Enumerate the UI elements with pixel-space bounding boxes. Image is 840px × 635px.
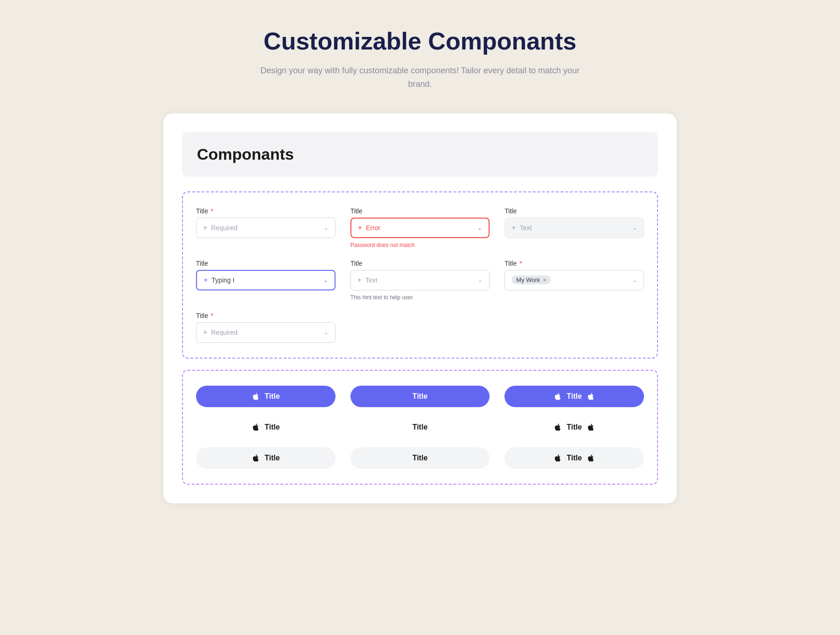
dropdown-col2-row1[interactable]: + Error ⌄ bbox=[350, 218, 490, 238]
field-label-col1-row2: Title bbox=[196, 260, 336, 267]
field-group-col2-row2: Title + Text ⌄ This hint text to help us… bbox=[350, 260, 490, 301]
required-marker: * bbox=[519, 260, 522, 267]
section-title: Componants bbox=[197, 145, 643, 163]
dropdown-fields-container: Title * + Required ⌄ Title + Error ⌄ Pas… bbox=[182, 191, 658, 359]
field-error-text: Password does not match bbox=[350, 242, 490, 248]
tag-remove-button[interactable]: × bbox=[543, 277, 546, 283]
plus-icon: + bbox=[358, 224, 362, 232]
dropdown-placeholder: Text bbox=[520, 224, 629, 232]
button-secondary-left-icon[interactable]: Title bbox=[196, 447, 336, 469]
dropdown-col2-row2[interactable]: + Text ⌄ bbox=[350, 270, 490, 290]
field-group-col2-row3 bbox=[350, 312, 490, 343]
dropdown-col3-row2[interactable]: My Work × ⌄ bbox=[504, 270, 644, 290]
button-label: Title bbox=[265, 392, 280, 401]
plus-icon: + bbox=[203, 224, 207, 232]
required-marker: * bbox=[211, 207, 213, 215]
button-primary-left-icon[interactable]: Title bbox=[196, 386, 336, 407]
page-subtitle: Design your way with fully customizable … bbox=[257, 64, 583, 91]
dropdown-placeholder: Required bbox=[211, 224, 320, 232]
chevron-down-icon: ⌄ bbox=[324, 225, 329, 231]
field-hint-text: This hint text to help user. bbox=[350, 294, 490, 301]
apple-icon-right bbox=[587, 454, 595, 462]
button-ghost-no-icon[interactable]: Title bbox=[350, 416, 490, 438]
field-group-col3-row3 bbox=[504, 312, 644, 343]
buttons-container: Title Title Title Title bbox=[182, 370, 658, 485]
field-label-col2-row2: Title bbox=[350, 260, 490, 267]
main-card: Componants Title * + Required ⌄ Title + bbox=[163, 113, 677, 503]
field-label-col2-row1: Title bbox=[350, 207, 490, 215]
field-group-col2-row1: Title + Error ⌄ Password does not match bbox=[350, 207, 490, 248]
button-secondary-no-icon[interactable]: Title bbox=[350, 447, 490, 469]
chevron-down-icon: ⌄ bbox=[323, 277, 328, 283]
dropdown-col3-row1[interactable]: + Text ⌄ bbox=[504, 218, 644, 238]
dropdown-placeholder: Required bbox=[211, 329, 320, 336]
button-label: Title bbox=[265, 454, 280, 462]
tag-chip-mywork: My Work × bbox=[511, 275, 551, 284]
chevron-down-icon: ⌄ bbox=[632, 225, 637, 231]
chevron-down-icon: ⌄ bbox=[477, 225, 482, 231]
dropdown-value: Typing I bbox=[211, 276, 319, 284]
dropdown-col1-row3[interactable]: + Required ⌄ bbox=[196, 322, 336, 343]
field-group-col3-row2: Title * My Work × ⌄ bbox=[504, 260, 644, 301]
apple-icon-left bbox=[553, 454, 562, 462]
fields-grid: Title * + Required ⌄ Title + Error ⌄ Pas… bbox=[196, 207, 644, 343]
plus-icon: + bbox=[203, 276, 208, 284]
buttons-grid: Title Title Title Title bbox=[196, 386, 644, 469]
required-marker: * bbox=[211, 312, 213, 319]
button-primary-no-icon[interactable]: Title bbox=[350, 386, 490, 407]
button-label: Title bbox=[413, 392, 428, 401]
field-label-col3-row2: Title * bbox=[504, 260, 644, 267]
button-label: Title bbox=[265, 423, 280, 431]
button-ghost-left-icon[interactable]: Title bbox=[196, 416, 336, 438]
field-group-col1-row3: Title * + Required ⌄ bbox=[196, 312, 336, 343]
field-group-col1-row1: Title * + Required ⌄ bbox=[196, 207, 336, 248]
apple-icon-right bbox=[587, 423, 595, 431]
button-label: Title bbox=[567, 392, 582, 401]
button-secondary-both-icons[interactable]: Title bbox=[504, 447, 644, 469]
apple-icon-left bbox=[553, 392, 562, 401]
chevron-down-icon: ⌄ bbox=[324, 329, 329, 336]
dropdown-placeholder: Text bbox=[365, 276, 474, 284]
plus-icon: + bbox=[203, 328, 207, 337]
apple-icon-left bbox=[553, 423, 562, 431]
button-label: Title bbox=[413, 454, 428, 462]
apple-icon-left bbox=[252, 454, 260, 462]
field-group-col3-row1: Title + Text ⌄ bbox=[504, 207, 644, 248]
section-header: Componants bbox=[182, 132, 658, 176]
apple-icon-left bbox=[252, 392, 260, 401]
button-ghost-both-icons[interactable]: Title bbox=[504, 416, 644, 438]
tag-label: My Work bbox=[516, 276, 540, 283]
dropdown-col1-row2[interactable]: + Typing I ⌄ bbox=[196, 270, 336, 290]
dropdown-placeholder: Error bbox=[366, 224, 474, 232]
page-header: Customizable Componants Design your way … bbox=[257, 28, 583, 91]
chevron-down-icon: ⌄ bbox=[478, 277, 483, 283]
chevron-down-icon: ⌄ bbox=[632, 277, 637, 283]
field-group-col1-row2: Title + Typing I ⌄ bbox=[196, 260, 336, 301]
plus-icon: + bbox=[511, 224, 516, 232]
field-label-col1-row1: Title * bbox=[196, 207, 336, 215]
field-label-col3-row1: Title bbox=[504, 207, 644, 215]
button-label: Title bbox=[567, 454, 582, 462]
page-title: Customizable Componants bbox=[257, 28, 583, 55]
button-label: Title bbox=[567, 423, 582, 431]
field-label-col1-row3: Title * bbox=[196, 312, 336, 319]
button-label: Title bbox=[413, 423, 428, 431]
apple-icon-left bbox=[252, 423, 260, 431]
button-primary-both-icons[interactable]: Title bbox=[504, 386, 644, 407]
plus-icon: + bbox=[357, 276, 362, 284]
dropdown-col1-row1[interactable]: + Required ⌄ bbox=[196, 218, 336, 238]
apple-icon-right bbox=[587, 392, 595, 401]
